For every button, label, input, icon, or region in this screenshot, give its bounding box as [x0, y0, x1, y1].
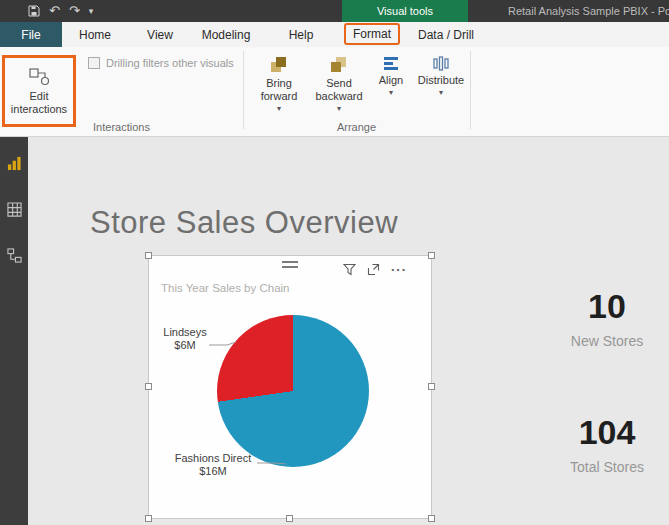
ribbon-body: Edit interactions Drilling filters other… — [0, 47, 669, 137]
save-icon[interactable] — [28, 5, 40, 17]
align-icon — [382, 55, 400, 72]
kpi-label: Total Stores — [545, 459, 669, 475]
undo-icon[interactable]: ↶ — [49, 0, 60, 22]
tab-format[interactable]: Format — [344, 23, 400, 45]
kpi-label: New Stores — [545, 333, 669, 349]
tab-home[interactable]: Home — [70, 22, 120, 47]
slice-value: $16M — [165, 465, 261, 478]
tab-file[interactable]: File — [0, 22, 62, 47]
toolbar-dropdown-icon[interactable]: ▾ — [89, 0, 94, 22]
page-title: Store Sales Overview — [90, 205, 398, 241]
align-label: Align — [379, 74, 403, 87]
send-backward-icon — [329, 55, 349, 75]
tab-data-drill[interactable]: Data / Drill — [408, 22, 484, 47]
distribute-icon — [432, 55, 450, 72]
resize-handle-top-left[interactable] — [145, 252, 152, 259]
ribbon-separator — [470, 51, 471, 129]
checkbox-icon[interactable] — [88, 57, 100, 69]
visual-title: This Year Sales by Chain — [161, 282, 290, 294]
slice-label-fashions-direct: Fashions Direct $16M — [165, 452, 261, 478]
send-backward-caret-icon: ▾ — [337, 105, 341, 113]
bring-forward-button[interactable]: Bring forward ▾ — [252, 55, 306, 117]
model-view-icon[interactable] — [0, 241, 28, 269]
distribute-label: Distribute — [418, 74, 464, 87]
slice-value: $6M — [155, 339, 215, 352]
slice-category: Fashions Direct — [165, 452, 261, 465]
edit-interactions-button[interactable]: Edit interactions — [2, 55, 76, 127]
bring-forward-icon — [269, 55, 289, 75]
align-button[interactable]: Align ▾ — [372, 55, 410, 117]
report-canvas[interactable]: Store Sales Overview — [28, 137, 669, 525]
drag-handle-icon[interactable] — [282, 261, 298, 268]
slice-category: Lindseys — [155, 326, 215, 339]
slice-label-lindseys: Lindseys $6M — [155, 326, 215, 352]
resize-handle-bottom-left[interactable] — [145, 515, 152, 522]
resize-handle-mid-left[interactable] — [145, 383, 152, 390]
ribbon-separator — [243, 51, 244, 129]
send-backward-label: Send backward — [312, 77, 366, 103]
visual-tools-contextual-tab[interactable]: Visual tools — [342, 0, 468, 22]
data-view-icon[interactable] — [0, 195, 28, 223]
arrange-group-label: Arrange — [243, 121, 470, 133]
interactions-group-label: Interactions — [0, 121, 243, 133]
resize-handle-mid-right[interactable] — [428, 383, 435, 390]
kpi-total-stores[interactable]: 104 Total Stores — [545, 413, 669, 475]
edit-interactions-label: Edit interactions — [7, 90, 71, 116]
resize-handle-top-right[interactable] — [428, 252, 435, 259]
distribute-button[interactable]: Distribute ▾ — [414, 55, 468, 117]
drilling-filters-checkbox[interactable]: Drilling filters other visuals — [88, 57, 234, 69]
more-options-icon[interactable]: ··· — [391, 264, 407, 276]
kpi-new-stores[interactable]: 10 New Stores — [545, 287, 669, 349]
tab-modeling[interactable]: Modeling — [190, 22, 262, 47]
tab-help[interactable]: Help — [277, 22, 325, 47]
report-view-icon[interactable] — [0, 149, 28, 177]
resize-handle-bottom-center[interactable] — [286, 515, 293, 522]
ribbon-tab-bar: File Home View Modeling Help Format Data… — [0, 22, 669, 47]
bring-forward-label: Bring forward — [252, 77, 306, 103]
visual-header: ··· — [343, 263, 407, 276]
align-caret-icon: ▾ — [389, 89, 393, 97]
kpi-value: 104 — [545, 413, 669, 451]
window-title: Retail Analysis Sample PBIX - Po — [508, 0, 669, 22]
filter-icon[interactable] — [343, 263, 356, 276]
focus-mode-icon[interactable] — [367, 263, 380, 276]
tab-view[interactable]: View — [135, 22, 185, 47]
distribute-caret-icon: ▾ — [439, 89, 443, 97]
drilling-filters-label: Drilling filters other visuals — [106, 57, 234, 69]
title-bar: ↶ ↷ ▾ Visual tools Retail Analysis Sampl… — [0, 0, 669, 22]
kpi-value: 10 — [545, 287, 669, 325]
edit-interactions-icon — [28, 67, 50, 87]
powerbi-window: ↶ ↷ ▾ Visual tools Retail Analysis Sampl… — [0, 0, 669, 525]
redo-icon[interactable]: ↷ — [69, 0, 80, 22]
resize-handle-bottom-right[interactable] — [428, 515, 435, 522]
pie-chart[interactable] — [217, 315, 369, 467]
pie-chart-visual[interactable]: ··· This Year Sales by Chain Lindseys $6… — [148, 255, 432, 519]
send-backward-button[interactable]: Send backward ▾ — [312, 55, 366, 117]
view-rail — [0, 137, 28, 525]
bring-forward-caret-icon: ▾ — [277, 105, 281, 113]
quick-access-toolbar: ↶ ↷ ▾ — [28, 0, 93, 22]
